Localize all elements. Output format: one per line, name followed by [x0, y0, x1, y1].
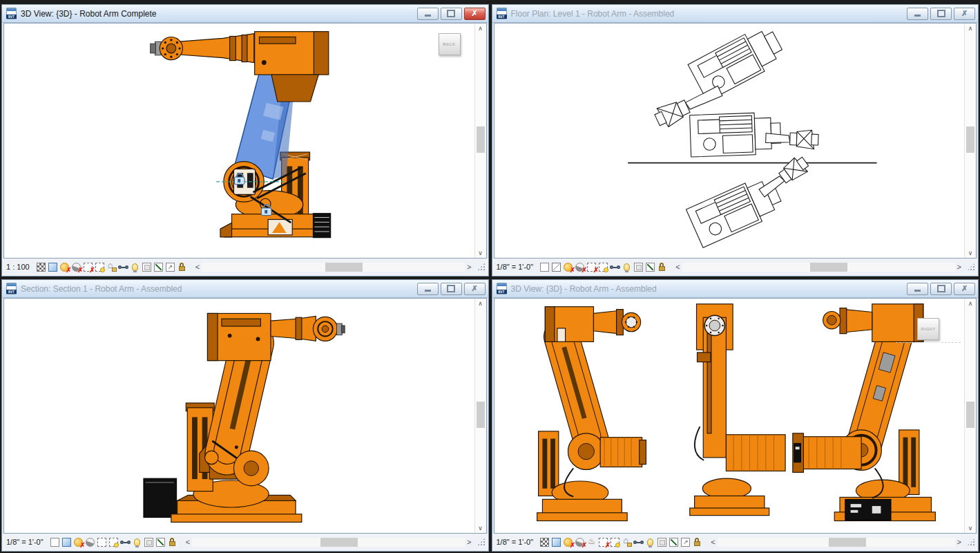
show-crop-region-icon[interactable]	[599, 263, 608, 272]
minimize-button[interactable]	[907, 283, 928, 295]
resize-grip[interactable]	[967, 263, 975, 271]
scroll-up-arrow[interactable]	[475, 25, 486, 32]
vscroll-thumb[interactable]	[477, 402, 485, 428]
crop-view-off-icon[interactable]	[84, 263, 93, 272]
minimize-button[interactable]	[417, 283, 439, 295]
close-button[interactable]	[464, 283, 486, 295]
scroll-left-arrow[interactable]	[184, 538, 192, 546]
maximize-button[interactable]	[441, 8, 462, 20]
visual-style-shaded-icon[interactable]	[48, 263, 57, 272]
locked-3d-view-icon[interactable]	[622, 538, 631, 547]
crop-view-on-icon[interactable]	[97, 538, 106, 547]
hscroll-thumb[interactable]	[320, 538, 358, 547]
reveal-constraints-icon[interactable]	[657, 263, 666, 272]
crop-view-off-icon[interactable]	[587, 263, 596, 272]
minimize-button[interactable]	[417, 8, 439, 20]
reveal-hidden-elements-icon[interactable]	[132, 263, 138, 271]
drawing-area[interactable]: RIGHT	[494, 299, 965, 533]
titlebar[interactable]: Floor Plan: Level 1 - Robot Arm - Assemb…	[492, 5, 979, 23]
show-crop-region-icon[interactable]	[611, 538, 619, 547]
hscroll-thumb[interactable]	[829, 538, 866, 547]
temporary-view-properties-icon[interactable]	[142, 263, 151, 272]
close-button[interactable]	[954, 283, 975, 295]
shadows-off-icon[interactable]	[72, 263, 81, 272]
temporary-hide-isolate-icon[interactable]	[121, 538, 130, 547]
temporary-view-properties-icon[interactable]	[634, 263, 643, 272]
horizontal-scrollbar[interactable]	[193, 262, 474, 272]
maximize-button[interactable]	[441, 283, 462, 295]
drawing-area[interactable]	[494, 24, 965, 258]
crop-view-off-icon[interactable]	[599, 538, 608, 547]
resize-grip[interactable]	[477, 263, 486, 271]
scroll-down-arrow[interactable]	[475, 525, 486, 532]
temporary-view-properties-icon[interactable]	[657, 538, 666, 547]
vertical-scrollbar[interactable]	[964, 299, 976, 533]
reveal-constraints-icon[interactable]	[168, 538, 177, 547]
scroll-right-arrow[interactable]	[465, 538, 473, 546]
hscroll-thumb[interactable]	[810, 263, 847, 272]
close-button[interactable]	[464, 8, 486, 20]
vertical-scrollbar[interactable]	[474, 24, 486, 258]
scale-button[interactable]: 1 : 100	[6, 263, 30, 271]
hscroll-track[interactable]	[202, 263, 465, 272]
temporary-hide-isolate-icon[interactable]	[119, 263, 128, 272]
sun-path-off-icon[interactable]	[564, 263, 573, 272]
close-button[interactable]	[954, 8, 975, 20]
temporary-hide-isolate-icon[interactable]	[634, 538, 643, 547]
detail-level-fine-icon[interactable]	[37, 263, 46, 272]
scale-button[interactable]: 1/8" = 1'-0"	[6, 538, 44, 546]
drawing-area[interactable]	[4, 299, 474, 533]
resize-grip[interactable]	[477, 538, 486, 546]
scroll-right-arrow[interactable]	[955, 538, 963, 546]
scroll-up-arrow[interactable]	[965, 300, 976, 307]
analytical-model-icon[interactable]	[669, 538, 678, 547]
hscroll-track[interactable]	[192, 538, 465, 547]
detail-level-coarse-icon[interactable]	[540, 263, 549, 272]
reveal-constraints-icon[interactable]	[177, 263, 186, 272]
visual-style-shaded-icon[interactable]	[62, 538, 71, 547]
scroll-right-arrow[interactable]	[465, 263, 473, 271]
locked-3d-view-icon[interactable]	[107, 263, 116, 272]
hscroll-track[interactable]	[718, 538, 955, 547]
analytical-model-icon[interactable]	[154, 263, 163, 272]
sun-path-off-icon[interactable]	[74, 538, 83, 547]
viewcube[interactable]: BACK	[439, 33, 461, 55]
shadows-off-icon[interactable]	[575, 263, 584, 272]
vertical-scrollbar[interactable]	[474, 299, 486, 533]
scroll-up-arrow[interactable]	[475, 300, 486, 307]
titlebar[interactable]: 3D View: {3D} - Robot Arm Complete	[2, 5, 488, 23]
scale-button[interactable]: 1/8" = 1'-0"	[497, 263, 534, 271]
reveal-hidden-elements-icon[interactable]	[647, 538, 653, 546]
hscroll-track[interactable]	[682, 263, 955, 272]
scale-button[interactable]: 1/8" = 1'-0"	[497, 538, 534, 546]
visual-style-shaded-icon[interactable]	[552, 538, 561, 547]
detail-level-fine-icon[interactable]	[540, 538, 549, 547]
analytical-model-icon[interactable]	[646, 263, 655, 272]
titlebar[interactable]: Section: Section 1 - Robot Arm - Assembl…	[2, 280, 488, 298]
horizontal-scrollbar[interactable]	[709, 537, 963, 547]
show-crop-region-icon[interactable]	[109, 538, 118, 547]
drawing-area[interactable]: BACK	[4, 24, 474, 258]
shadows-off-icon[interactable]	[575, 538, 584, 547]
hscroll-thumb[interactable]	[325, 263, 363, 272]
shadows-on-icon[interactable]	[86, 538, 95, 547]
detail-level-coarse-icon[interactable]	[50, 538, 59, 547]
maximize-button[interactable]	[930, 8, 952, 20]
displacement-sets-icon[interactable]	[681, 538, 690, 547]
render-dialog-icon[interactable]	[587, 538, 596, 547]
scroll-up-arrow[interactable]	[965, 25, 976, 32]
scroll-left-arrow[interactable]	[193, 263, 202, 271]
scroll-left-arrow[interactable]	[709, 538, 717, 546]
temporary-hide-isolate-icon[interactable]	[611, 263, 619, 272]
visual-style-hiddenline-icon[interactable]	[552, 263, 561, 272]
titlebar[interactable]: 3D View: {3D} - Robot Arm - Assembled	[492, 280, 979, 298]
scroll-down-arrow[interactable]	[475, 250, 486, 256]
scroll-left-arrow[interactable]	[673, 263, 682, 271]
vscroll-thumb[interactable]	[477, 126, 485, 153]
vscroll-thumb[interactable]	[966, 402, 974, 428]
analytical-model-icon[interactable]	[156, 538, 165, 547]
scroll-down-arrow[interactable]	[965, 525, 976, 532]
reveal-hidden-elements-icon[interactable]	[624, 263, 630, 271]
minimize-button[interactable]	[907, 8, 928, 20]
sun-path-off-icon[interactable]	[60, 263, 69, 272]
